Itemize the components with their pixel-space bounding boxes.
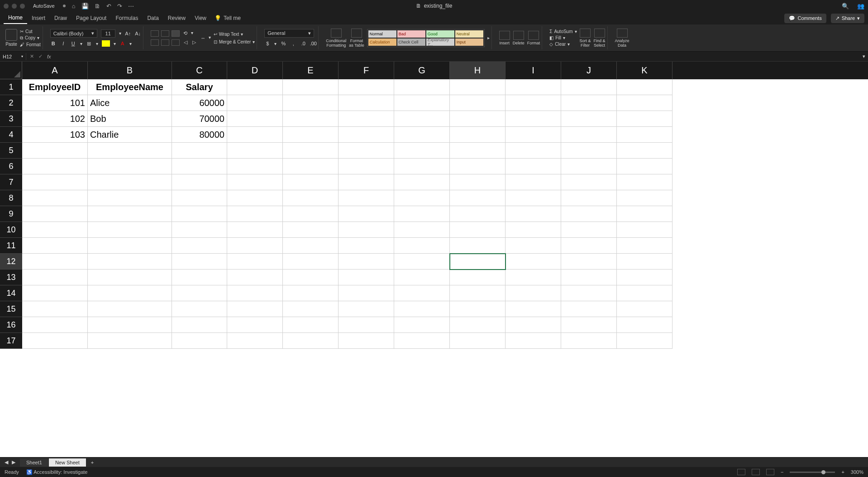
cell-G12[interactable] bbox=[394, 254, 450, 270]
page-break-view-button[interactable] bbox=[766, 469, 774, 475]
cell-J16[interactable] bbox=[561, 317, 617, 333]
minimize-window[interactable] bbox=[12, 4, 17, 9]
shrink-button[interactable]: ↔ bbox=[200, 35, 206, 41]
cell-J10[interactable] bbox=[561, 222, 617, 238]
cell-D17[interactable] bbox=[227, 333, 283, 349]
save-icon[interactable]: 💾 bbox=[81, 3, 89, 10]
find-select-button[interactable]: Find & Select bbox=[594, 29, 606, 48]
cell-H12[interactable] bbox=[450, 254, 506, 270]
qat-more-icon[interactable]: ⋯ bbox=[128, 3, 134, 10]
cell-B8[interactable] bbox=[88, 190, 172, 206]
cell-F7[interactable] bbox=[339, 174, 394, 190]
autosum-button[interactable]: ΣAutoSum▾ bbox=[549, 29, 577, 34]
cell-G8[interactable] bbox=[394, 190, 450, 206]
column-header-K[interactable]: K bbox=[617, 62, 672, 79]
cell-F13[interactable] bbox=[339, 270, 394, 285]
cell-F2[interactable] bbox=[339, 95, 394, 111]
cell-K11[interactable] bbox=[617, 238, 672, 254]
row-header-7[interactable]: 7 bbox=[0, 174, 22, 190]
cell-I10[interactable] bbox=[506, 222, 561, 238]
cell-I7[interactable] bbox=[506, 174, 561, 190]
cell-K1[interactable] bbox=[617, 79, 672, 95]
cell-E6[interactable] bbox=[283, 159, 339, 174]
undo-icon[interactable]: ↶ bbox=[106, 3, 111, 10]
row-header-2[interactable]: 2 bbox=[0, 95, 22, 111]
row-header-13[interactable]: 13 bbox=[0, 270, 22, 285]
cell-E1[interactable] bbox=[283, 79, 339, 95]
chevron-down-icon[interactable]: ▾ bbox=[129, 41, 132, 46]
format-cells-button[interactable]: Format bbox=[527, 31, 540, 45]
cell-K8[interactable] bbox=[617, 190, 672, 206]
cell-H16[interactable] bbox=[450, 317, 506, 333]
cell-G14[interactable] bbox=[394, 285, 450, 301]
select-all-corner[interactable] bbox=[0, 62, 22, 79]
cell-E11[interactable] bbox=[283, 238, 339, 254]
cell-D9[interactable] bbox=[227, 206, 283, 222]
cells-area[interactable]: EmployeeIDEmployeeNameSalary101Alice6000… bbox=[22, 79, 868, 457]
cell-H14[interactable] bbox=[450, 285, 506, 301]
copy-button[interactable]: ⧉Copy▾ bbox=[20, 35, 41, 41]
cell-J6[interactable] bbox=[561, 159, 617, 174]
italic-button[interactable]: I bbox=[60, 40, 67, 47]
cell-G13[interactable] bbox=[394, 270, 450, 285]
underline-button[interactable]: U bbox=[70, 40, 76, 47]
formula-expand-icon[interactable]: ▾ bbox=[860, 53, 868, 59]
align-right-button[interactable] bbox=[172, 39, 180, 46]
cell-F8[interactable] bbox=[339, 190, 394, 206]
cell-D2[interactable] bbox=[227, 95, 283, 111]
cell-C17[interactable] bbox=[172, 333, 227, 349]
cell-B3[interactable]: Bob bbox=[88, 111, 172, 127]
cell-E5[interactable] bbox=[283, 143, 339, 159]
row-header-17[interactable]: 17 bbox=[0, 333, 22, 349]
formula-bar[interactable] bbox=[55, 56, 860, 58]
row-header-4[interactable]: 4 bbox=[0, 127, 22, 143]
decrease-decimal-button[interactable]: .00 bbox=[310, 40, 316, 47]
cell-H3[interactable] bbox=[450, 111, 506, 127]
style-check-cell[interactable]: Check Cell bbox=[397, 39, 425, 46]
cell-D15[interactable] bbox=[227, 301, 283, 317]
style-explanatory[interactable]: Explanatory T... bbox=[426, 39, 454, 46]
style-input[interactable]: Input bbox=[455, 39, 483, 46]
cell-A12[interactable] bbox=[22, 254, 88, 270]
cell-B10[interactable] bbox=[88, 222, 172, 238]
font-name-select[interactable]: Calibri (Body)▾ bbox=[50, 29, 97, 38]
row-header-12[interactable]: 12 bbox=[0, 254, 22, 270]
cell-B5[interactable] bbox=[88, 143, 172, 159]
cell-H13[interactable] bbox=[450, 270, 506, 285]
cell-E17[interactable] bbox=[283, 333, 339, 349]
cell-I6[interactable] bbox=[506, 159, 561, 174]
cell-G15[interactable] bbox=[394, 301, 450, 317]
column-header-D[interactable]: D bbox=[227, 62, 283, 79]
cell-D4[interactable] bbox=[227, 127, 283, 143]
collab-icon[interactable]: 👥 bbox=[857, 3, 864, 10]
column-header-A[interactable]: A bbox=[22, 62, 88, 79]
cell-G3[interactable] bbox=[394, 111, 450, 127]
cell-I4[interactable] bbox=[506, 127, 561, 143]
cell-B2[interactable]: Alice bbox=[88, 95, 172, 111]
style-calculation[interactable]: Calculation bbox=[368, 39, 396, 46]
row-header-10[interactable]: 10 bbox=[0, 222, 22, 238]
share-button[interactable]: ↗ Share ▾ bbox=[831, 14, 864, 23]
cell-B11[interactable] bbox=[88, 238, 172, 254]
orientation-button[interactable]: ⟲ bbox=[182, 30, 189, 37]
cell-J14[interactable] bbox=[561, 285, 617, 301]
cell-I11[interactable] bbox=[506, 238, 561, 254]
cell-C6[interactable] bbox=[172, 159, 227, 174]
tab-draw[interactable]: Draw bbox=[50, 13, 72, 24]
cell-D6[interactable] bbox=[227, 159, 283, 174]
tab-formulas[interactable]: Formulas bbox=[111, 13, 143, 24]
cell-K12[interactable] bbox=[617, 254, 672, 270]
fill-color-button[interactable] bbox=[102, 40, 110, 47]
clear-button[interactable]: ◇Clear▾ bbox=[549, 42, 577, 47]
sheet-nav-next-icon[interactable]: ▶ bbox=[12, 459, 15, 465]
bold-button[interactable]: B bbox=[50, 40, 57, 47]
styles-more-icon[interactable]: ▸ bbox=[487, 35, 490, 40]
style-neutral[interactable]: Neutral bbox=[455, 30, 483, 38]
cell-A15[interactable] bbox=[22, 301, 88, 317]
cell-A1[interactable]: EmployeeID bbox=[22, 79, 88, 95]
cell-A10[interactable] bbox=[22, 222, 88, 238]
cell-C16[interactable] bbox=[172, 317, 227, 333]
cell-K2[interactable] bbox=[617, 95, 672, 111]
cell-G6[interactable] bbox=[394, 159, 450, 174]
conditional-formatting-button[interactable]: Conditional Formatting bbox=[326, 29, 346, 48]
